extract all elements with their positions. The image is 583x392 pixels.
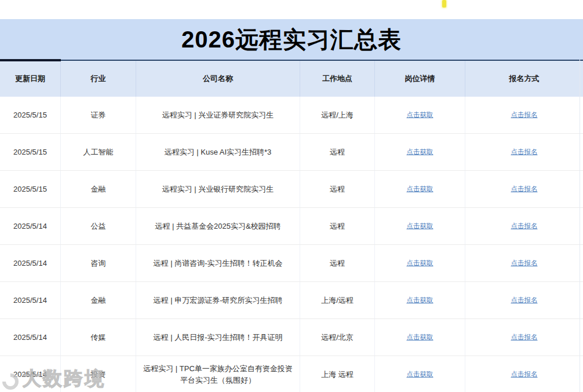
table-row: 2025/5/14 金融 远程 | 申万宏源证券-研究所实习生招聘 上海/远程 … — [0, 282, 583, 319]
details-link[interactable]: 点击获取 — [407, 184, 433, 194]
apply-link[interactable]: 点击报名 — [511, 258, 538, 268]
cell-location: 远程 — [300, 208, 375, 244]
cell-location: 远程 — [300, 245, 375, 281]
table-row: 2025/5/14 公益 远程 | 共益基金会2025实习&校园招聘 远程 点击… — [0, 208, 583, 245]
column-header-details: 岗位详情 — [375, 61, 465, 97]
table-row: 2025/5/15 金融 远程实习 | 兴业银行研究院实习生 远程 点击获取 点… — [0, 171, 583, 208]
cell-date: 2025/5/15 — [0, 171, 61, 207]
cell-company: 远程实习 | 兴业证券研究院实习生 — [136, 97, 300, 133]
cell-location: 远程 — [300, 171, 375, 207]
table-row: 2025/5/15 人工智能 远程实习 | Kuse AI实习生招聘*3 远程 … — [0, 134, 583, 171]
cell-industry: 咨询 — [61, 245, 136, 281]
yellow-cursor-mark — [442, 0, 446, 8]
cell-industry: 公益 — [61, 208, 136, 244]
cell-company: 远程实习 | Kuse AI实习生招聘*3 — [136, 134, 300, 170]
cell-industry: 金融 — [61, 171, 136, 207]
cell-date: 2025/5/14 — [0, 356, 61, 392]
cell-location: 上海/远程 — [300, 282, 375, 318]
cell-location: 上海 远程 — [300, 356, 375, 392]
apply-link[interactable]: 点击报名 — [511, 147, 538, 157]
cell-company: 远程 | 人民日报-实习生招聘！开具证明 — [136, 319, 300, 356]
top-whitespace — [0, 0, 583, 19]
cell-location: 远程 — [300, 134, 375, 170]
cell-date: 2025/5/15 — [0, 97, 61, 133]
table-title-banner: 2026远程实习汇总表 — [0, 19, 583, 60]
cell-date: 2025/5/14 — [0, 319, 61, 356]
apply-link[interactable]: 点击报名 — [511, 332, 538, 342]
details-link[interactable]: 点击获取 — [407, 295, 433, 305]
apply-link[interactable]: 点击报名 — [511, 184, 538, 194]
details-link[interactable]: 点击获取 — [407, 110, 433, 120]
cell-company: 远程实习 | 兴业银行研究院实习生 — [136, 171, 300, 207]
cell-company: 远程 | 共益基金会2025实习&校园招聘 — [136, 208, 300, 244]
table-row: 2025/5/14 投资 远程实习 | TPC单一家族办公室自有资金投资平台实习… — [0, 356, 583, 392]
details-link[interactable]: 点击获取 — [407, 147, 433, 157]
details-link[interactable]: 点击获取 — [407, 332, 433, 342]
cell-location: 远程/上海 — [300, 97, 375, 133]
details-link[interactable]: 点击获取 — [407, 258, 433, 268]
cell-industry: 投资 — [61, 356, 136, 392]
apply-link[interactable]: 点击报名 — [511, 369, 538, 379]
cell-location: 远程/北京 — [300, 319, 375, 356]
page-title: 2026远程实习汇总表 — [181, 24, 402, 56]
column-header-industry: 行业 — [61, 61, 136, 97]
cell-industry: 证券 — [61, 97, 136, 133]
cell-date: 2025/5/14 — [0, 208, 61, 244]
table-row: 2025/5/14 传媒 远程 | 人民日报-实习生招聘！开具证明 远程/北京 … — [0, 319, 583, 356]
cell-industry: 金融 — [61, 282, 136, 318]
cell-industry: 传媒 — [61, 319, 136, 356]
cell-company: 远程实习 | TPC单一家族办公室自有资金投资平台实习生（氛围好） — [136, 356, 300, 392]
column-header-update-date: 更新日期 — [0, 61, 61, 97]
table-row: 2025/5/15 证券 远程实习 | 兴业证券研究院实习生 远程/上海 点击获… — [0, 97, 583, 134]
details-link[interactable]: 点击获取 — [407, 369, 433, 379]
apply-link[interactable]: 点击报名 — [511, 295, 538, 305]
cell-company: 远程 | 尚谱咨询-实习生招聘！转正机会 — [136, 245, 300, 281]
details-link[interactable]: 点击获取 — [407, 221, 433, 231]
cell-date: 2025/5/15 — [0, 134, 61, 170]
cell-industry: 人工智能 — [61, 134, 136, 170]
column-header-company: 公司名称 — [136, 61, 300, 97]
column-header-apply: 报名方式 — [465, 61, 583, 97]
table-row: 2025/5/14 咨询 远程 | 尚谱咨询-实习生招聘！转正机会 远程 点击获… — [0, 245, 583, 282]
apply-link[interactable]: 点击报名 — [511, 221, 538, 231]
screenshot-root: 2026远程实习汇总表 更新日期 行业 公司名称 工作地点 岗位详情 报名方式 … — [0, 0, 583, 392]
apply-link[interactable]: 点击报名 — [511, 110, 538, 120]
table-header-row: 更新日期 行业 公司名称 工作地点 岗位详情 报名方式 — [0, 60, 583, 97]
column-header-location: 工作地点 — [300, 61, 375, 97]
cell-date: 2025/5/14 — [0, 245, 61, 281]
cell-date: 2025/5/14 — [0, 282, 61, 318]
cell-company: 远程 | 申万宏源证券-研究所实习生招聘 — [136, 282, 300, 318]
